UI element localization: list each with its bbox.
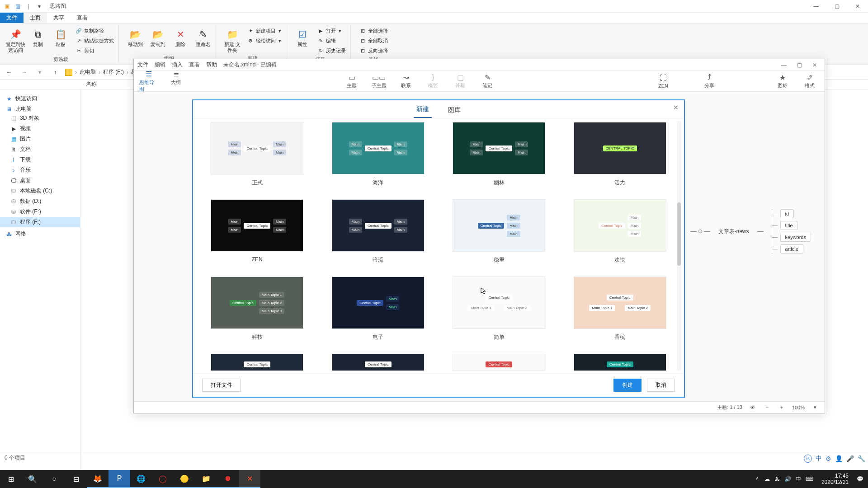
taskbar-xmind[interactable]: ✕ [239, 470, 260, 488]
template-item[interactable]: Central TopicMain Topic 1Main Topic 2 简单 [448, 277, 551, 341]
template-item[interactable]: Central TopicMainMainMain 稳重 [448, 199, 551, 264]
tree-downloads[interactable]: ⭳下载 [0, 155, 80, 165]
tray-settings-icon[interactable]: ⚙ [826, 455, 831, 462]
recent-dropdown[interactable]: ▾ [34, 69, 45, 75]
copy-path-button[interactable]: 🔗复制路径 [73, 26, 116, 35]
leaf-node[interactable]: title [780, 221, 798, 230]
dialog-tab-new[interactable]: 新建 [414, 102, 432, 118]
move-to-button[interactable]: 📂移动到 [125, 26, 145, 47]
breadcrumb[interactable]: › 此电脑 › 程序 (F:) › 易 [65, 68, 137, 76]
history-button[interactable]: ↻历史记录 [315, 46, 348, 55]
template-item[interactable]: Central Topic [448, 354, 551, 371]
new-folder-button[interactable]: 📁新建 文件夹 [222, 26, 242, 53]
new-window-icon[interactable]: ▥ [14, 2, 22, 10]
subtopic-button[interactable]: ▭▭子主题 [369, 73, 388, 89]
tree-desktop[interactable]: 🖵桌面 [0, 175, 80, 186]
note-button[interactable]: ✎笔记 [478, 73, 497, 89]
tab-home[interactable]: 主页 [24, 13, 47, 23]
tree-this-pc[interactable]: 🖥此电脑 [0, 105, 80, 113]
tray-ime-indicator[interactable]: 中 [796, 475, 801, 483]
topic-button[interactable]: ▭主题 [342, 73, 361, 89]
back-button[interactable]: ← [4, 69, 14, 75]
taskbar-taskview-button[interactable]: ⊟ [65, 470, 87, 488]
taskbar-search-button[interactable]: 🔍 [22, 470, 43, 488]
mode-outline-button[interactable]: ≣大纲 [166, 70, 185, 93]
visibility-icon[interactable]: 👁 [749, 405, 757, 410]
scrollbar-thumb[interactable] [677, 202, 681, 266]
menu-insert[interactable]: 插入 [172, 61, 183, 69]
close-button[interactable]: ✕ [847, 0, 868, 13]
leaf-node[interactable]: article [780, 244, 803, 253]
template-item[interactable]: MainMainCentral TopicMainMain 正式 [206, 122, 309, 187]
copy-to-button[interactable]: 📂复制到 [148, 26, 168, 47]
tab-share[interactable]: 共享 [47, 13, 71, 23]
column-name[interactable]: 名称 [86, 80, 97, 88]
edit-button[interactable]: ✎编辑 [315, 36, 348, 45]
tree-disk-d[interactable]: ⛁数据 (D:) [0, 196, 80, 206]
tray-onedrive-icon[interactable]: ☁ [764, 476, 770, 482]
menu-edit[interactable]: 编辑 [155, 61, 165, 69]
tray-app-icon[interactable]: 讯 [804, 455, 812, 463]
tray-user-icon[interactable]: 👤 [835, 455, 843, 462]
zoom-in-button[interactable]: + [778, 405, 786, 410]
tray-tool-icon[interactable]: 🔧 [858, 455, 865, 462]
mode-mindmap-button[interactable]: ☰思维导图 [139, 70, 158, 93]
dialog-tab-library[interactable]: 图库 [445, 103, 463, 118]
taskbar-app-red[interactable]: ◯ [152, 470, 174, 488]
template-item[interactable]: Central TopicMain Topic 1Main Topic 2 香槟 [569, 277, 672, 341]
crumb-this-pc[interactable]: 此电脑 [80, 68, 96, 76]
tray-expand-button[interactable]: ＾ [755, 475, 760, 483]
template-item[interactable]: Central Topic [569, 354, 672, 371]
template-item[interactable]: Central TopicMainMain 电子 [327, 277, 430, 341]
open-button[interactable]: ▶打开▾ [315, 26, 348, 35]
branch-node[interactable]: 文章表-news [718, 228, 749, 235]
crumb-drive[interactable]: 程序 (F:) [103, 68, 124, 76]
menu-help[interactable]: 帮助 [206, 61, 217, 69]
template-item[interactable]: Central Topic [206, 354, 309, 371]
tray-volume-icon[interactable]: 🔊 [784, 476, 791, 482]
boundary-button[interactable]: ▢外框 [451, 73, 470, 89]
icons-button[interactable]: ★图标 [773, 73, 792, 89]
taskbar-clock[interactable]: 17:45 2020/12/21 [818, 473, 852, 485]
tray-ime-icon[interactable]: 中 [816, 455, 822, 463]
tree-disk-c[interactable]: ⛁本地磁盘 (C:) [0, 186, 80, 196]
select-all-button[interactable]: ⊞全部选择 [357, 26, 390, 35]
tab-file[interactable]: 文件 [0, 13, 24, 23]
dialog-close-button[interactable]: ✕ [673, 104, 679, 111]
tray-network-icon[interactable]: 🖧 [774, 476, 780, 482]
template-item[interactable]: MainMainCentral TopicMainMain 暗流 [327, 199, 430, 264]
start-button[interactable]: ⊞ [0, 470, 22, 488]
taskbar-app-globe[interactable]: 🌐 [130, 470, 152, 488]
template-item[interactable]: MainMainCentral TopicMainMain ZEN [206, 199, 309, 264]
create-button[interactable]: 创建 [613, 379, 642, 392]
leaf-node[interactable]: id [780, 209, 794, 218]
menu-file[interactable]: 文件 [137, 61, 148, 69]
paste-button[interactable]: 📋粘贴 [51, 26, 71, 47]
taskbar-firefox[interactable]: 🦊 [87, 470, 108, 488]
format-button[interactable]: ✐格式 [800, 73, 819, 89]
paste-shortcut-button[interactable]: ↗粘贴快捷方式 [73, 36, 116, 45]
share-button[interactable]: ⤴分享 [700, 73, 719, 89]
taskbar-chrome[interactable]: 🟡 [174, 470, 195, 488]
xmind-minimize-button[interactable]: ― [778, 62, 790, 68]
tree-videos[interactable]: ▶视频 [0, 123, 80, 134]
zoom-level[interactable]: 100% [792, 405, 805, 410]
tray-keyboard-icon[interactable]: ⌨ [806, 476, 813, 482]
maximize-button[interactable]: ▢ [826, 0, 847, 13]
delete-button[interactable]: ✕删除 [170, 26, 190, 47]
easy-access-button[interactable]: ⚙轻松访问▾ [245, 36, 283, 45]
zoom-out-button[interactable]: − [763, 405, 771, 410]
summary-button[interactable]: }概要 [424, 73, 443, 89]
menu-view[interactable]: 查看 [189, 61, 200, 69]
copy-button[interactable]: ⧉复制 [28, 26, 48, 47]
open-file-button[interactable]: 打开文件 [202, 379, 241, 392]
zoom-dropdown-icon[interactable]: ▾ [811, 404, 819, 410]
zen-button[interactable]: ⛶ZEN [654, 74, 673, 89]
tab-view[interactable]: 查看 [71, 13, 94, 23]
invert-selection-button[interactable]: ⊡反向选择 [357, 46, 390, 55]
template-item[interactable]: CENTRAL TOPIC 活力 [569, 122, 672, 187]
tree-quick-access[interactable]: ★快速访问 [0, 95, 80, 103]
relation-button[interactable]: ↝联系 [396, 73, 415, 89]
minimize-button[interactable]: ― [806, 0, 826, 13]
taskbar-explorer[interactable]: 📁 [195, 470, 217, 488]
